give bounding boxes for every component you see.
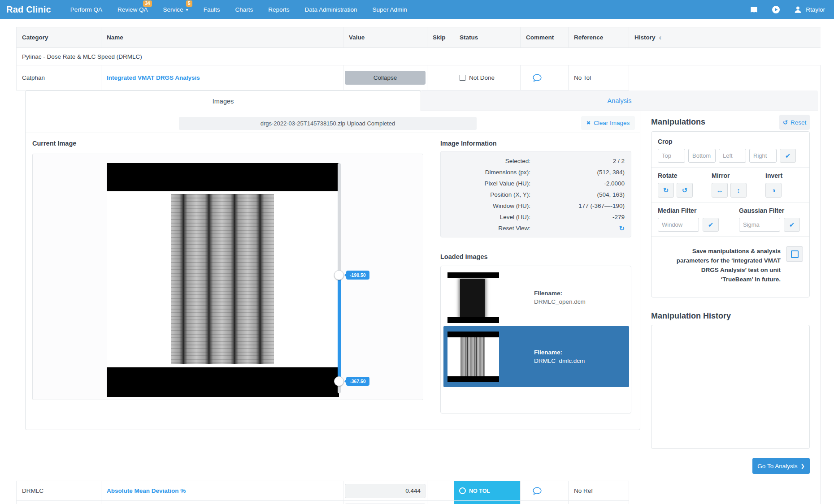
result-row-history xyxy=(629,481,821,500)
current-image-title: Current Image xyxy=(32,140,76,147)
loaded-images-title: Loaded Images xyxy=(440,253,488,260)
clear-images-button[interactable]: ✖ Clear Images xyxy=(581,116,635,130)
crop-bottom-input[interactable] xyxy=(688,149,716,163)
book-icon[interactable] xyxy=(750,5,758,14)
result-row-skip xyxy=(427,500,454,504)
info-row-reset-view: Reset View: ↻ xyxy=(447,223,625,234)
median-filter-label: Median Filter xyxy=(658,207,719,214)
navbar: Rad Clinic Perform QA Review QA 34 Servi… xyxy=(0,0,834,19)
info-row-pixel-value: Pixel Value (HU): -2.0000 xyxy=(447,178,625,189)
slider-tooltip-lower: -367.50 xyxy=(346,377,369,386)
column-header-value: Value xyxy=(343,27,427,48)
test-row-value: Collapse xyxy=(343,65,427,90)
manipulation-history-panel xyxy=(651,325,810,449)
crop-left-input[interactable] xyxy=(719,149,746,163)
column-header-name: Name xyxy=(101,27,343,48)
test-group-row: Pylinac - Dose Rate & MLC Speed (DRMLC) xyxy=(16,48,821,65)
mirror-label: Mirror xyxy=(712,172,747,179)
app-screen: Rad Clinic Perform QA Review QA 34 Servi… xyxy=(0,0,834,504)
gaussian-sigma-input[interactable] xyxy=(739,218,780,232)
service-count-badge: 5 xyxy=(186,0,192,7)
username: Rtaylor xyxy=(806,6,825,13)
window-level-slider-range xyxy=(338,275,341,381)
images-card-divider xyxy=(26,133,640,133)
crop-label: Crop xyxy=(658,138,803,145)
collapse-button[interactable]: Collapse xyxy=(345,71,426,85)
result-row-category: DRMLC xyxy=(16,500,101,504)
go-to-analysis-button[interactable]: Go To Analysis ❯ xyxy=(752,458,810,474)
save-parameters-note: Save manipulations & analysis parameters… xyxy=(669,246,781,284)
test-row-skip xyxy=(427,65,454,90)
comment-icon[interactable] xyxy=(532,73,542,82)
nav-item-perform-qa[interactable]: Perform QA xyxy=(63,0,110,19)
test-row-status: Not Done xyxy=(454,65,520,90)
result-row-skip xyxy=(427,481,454,500)
column-header-comment: Comment xyxy=(520,27,568,48)
manipulations-reset-button[interactable]: ↺ Reset xyxy=(779,115,810,130)
user-menu[interactable]: Rtaylor xyxy=(794,5,825,14)
result-value-input[interactable] xyxy=(345,484,426,498)
nav-item-data-administration[interactable]: Data Administration xyxy=(297,0,365,19)
column-header-status: Status xyxy=(454,27,520,48)
clear-x-icon: ✖ xyxy=(586,120,591,126)
column-header-category: Category xyxy=(16,27,101,48)
result-name-link[interactable]: Absolute Mean Deviation % xyxy=(107,487,186,494)
chevron-right-icon: ❯ xyxy=(800,463,804,469)
loaded-images-card: Filename: DRMLC_open.dcm Filename: DRMLC… xyxy=(440,266,631,414)
filename-label: Filename: xyxy=(534,289,586,297)
crop-top-input[interactable] xyxy=(658,149,685,163)
crop-right-input[interactable] xyxy=(749,149,777,163)
test-row-name: Integrated VMAT DRGS Analysis xyxy=(101,65,343,90)
comment-icon[interactable] xyxy=(532,487,542,495)
info-row-dimensions: Dimensions (px): (512, 384) xyxy=(447,167,625,178)
manipulation-history-title: Manipulation History xyxy=(651,311,731,321)
nav-item-charts[interactable]: Charts xyxy=(227,0,261,19)
loaded-image-item-open[interactable]: Filename: DRMLC_open.dcm xyxy=(443,269,629,326)
image-information-title: Image Information xyxy=(440,140,497,147)
tab-images[interactable]: Images xyxy=(25,90,421,111)
column-header-history: History ‹ xyxy=(629,27,821,48)
history-collapse-icon[interactable]: ‹ xyxy=(659,34,662,41)
column-header-reference: Reference xyxy=(568,27,629,48)
test-name-link[interactable]: Integrated VMAT DRGS Analysis xyxy=(107,74,200,81)
nav-item-service[interactable]: Service ▾ 5 xyxy=(156,0,196,19)
crop-apply-button[interactable]: ✔ xyxy=(780,149,796,163)
nav-item-super-admin[interactable]: Super Admin xyxy=(365,0,415,19)
mirror-horizontal-button[interactable]: ↔ xyxy=(712,183,728,198)
undo-icon: ↺ xyxy=(783,119,788,126)
loaded-image-item-dmlc-selected[interactable]: Filename: DRMLC_dmlc.dcm xyxy=(443,326,629,387)
test-row-category: Catphan xyxy=(16,65,101,90)
gaussian-apply-button[interactable]: ✔ xyxy=(784,218,800,232)
nav-item-review-qa[interactable]: Review QA 34 xyxy=(110,0,156,19)
brand[interactable]: Rad Clinic xyxy=(6,4,51,15)
slider-handle-upper[interactable] xyxy=(334,270,344,280)
manipulations-panel: Crop ✔ Rotate ↻ ↺ Mirror ↔ ↕ xyxy=(651,131,810,297)
median-window-input[interactable] xyxy=(658,218,699,232)
result-row-value xyxy=(343,500,427,504)
median-apply-button[interactable]: ✔ xyxy=(703,218,719,232)
mlc-stripe-pattern xyxy=(171,194,274,364)
filename-value: DRMLC_dmlc.dcm xyxy=(534,357,585,365)
result-row-value xyxy=(343,481,427,500)
test-row-reference: No Tol xyxy=(568,65,629,90)
not-done-checkbox[interactable] xyxy=(460,75,465,81)
nav-item-reports[interactable]: Reports xyxy=(261,0,297,19)
result-row-name: Absolute Mean Deviation % xyxy=(101,481,343,500)
image-information-panel: Selected: 2 / 2 Dimensions (px): (512, 3… xyxy=(440,151,631,237)
play-circle-icon[interactable] xyxy=(772,5,780,14)
filename-value: DRMLC_open.dcm xyxy=(534,297,586,306)
tab-analysis[interactable]: Analysis xyxy=(421,90,818,111)
mirror-vertical-button[interactable]: ↕ xyxy=(730,183,747,198)
slider-handle-lower[interactable] xyxy=(334,376,344,386)
info-row-window: Window (HU): 177 (-367—-190) xyxy=(447,200,625,211)
save-parameters-checkbox[interactable] xyxy=(786,246,803,262)
nav-item-faults[interactable]: Faults xyxy=(196,0,228,19)
not-done-label: Not Done xyxy=(469,74,495,81)
rotate-ccw-button[interactable]: ↺ xyxy=(677,183,693,198)
filename-label: Filename: xyxy=(534,348,585,357)
invert-button[interactable]: ◑ xyxy=(765,183,782,198)
gaussian-filter-label: Gaussian Filter xyxy=(739,207,800,214)
rotate-cw-button[interactable]: ↻ xyxy=(658,183,674,198)
reset-view-icon[interactable]: ↻ xyxy=(619,224,625,232)
medical-image-bottom-band xyxy=(107,367,339,397)
